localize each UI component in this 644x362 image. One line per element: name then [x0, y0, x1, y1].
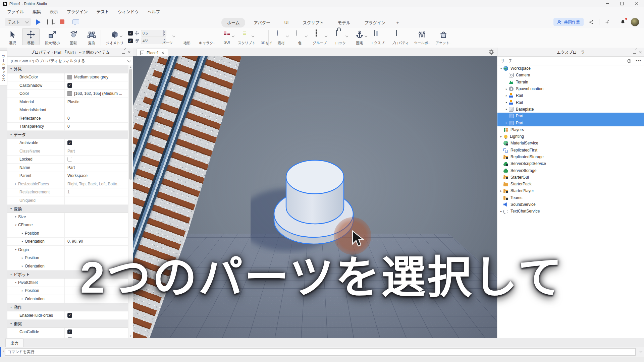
menu-help[interactable]: ヘルプ [143, 7, 165, 16]
place-tab[interactable]: Place1 [137, 49, 168, 57]
properties-header[interactable]: プロパティ - Part 「Part」 ~ 2 個のアイテム [7, 48, 133, 57]
scroll-up-icon[interactable]: ▲ [129, 66, 132, 68]
device-emulation-icon[interactable] [72, 19, 79, 24]
pause-button[interactable] [47, 19, 53, 24]
tree-row[interactable]: StarterGui [497, 174, 644, 181]
tab-model[interactable]: モデル [332, 18, 356, 27]
tab-plugins[interactable]: プラグイン [359, 18, 391, 27]
character-button[interactable]: キャラク.. [197, 28, 217, 45]
history-icon[interactable] [627, 59, 632, 63]
tab-avatar[interactable]: アバター [248, 18, 276, 27]
terrain-editor-button[interactable]: 地形 [178, 28, 195, 45]
play-button[interactable] [36, 19, 41, 25]
property-checkbox[interactable]: ✓ [67, 83, 72, 88]
lock-button[interactable]: ロック [332, 28, 349, 45]
property-section-header[interactable]: ▾動作 [7, 303, 128, 312]
property-row[interactable]: CanCollide✓ [7, 328, 128, 336]
toggle-properties-button[interactable]: プロパティ [390, 28, 410, 45]
tree-row[interactable]: ▾Workspace [497, 65, 644, 72]
minimize-button[interactable] [600, 0, 614, 7]
rotate-tool-button[interactable]: 回転 [65, 28, 82, 45]
property-checkbox[interactable] [67, 157, 72, 162]
scale-tool-button[interactable]: 拡大/縮小 [41, 28, 64, 45]
property-row[interactable]: ▾CFrame [7, 221, 128, 230]
property-section-header[interactable]: ▾衝突 [7, 320, 128, 328]
user-avatar[interactable] [631, 18, 639, 26]
undock-icon[interactable] [633, 50, 636, 54]
menu-edit[interactable]: 編集 [28, 7, 45, 16]
properties-filter[interactable] [7, 57, 133, 65]
tree-row[interactable]: Camera [497, 72, 644, 78]
property-row[interactable]: ▸Size [7, 213, 128, 221]
tab-script[interactable]: スクリプト [297, 18, 329, 27]
chevron-down-icon[interactable] [640, 350, 642, 353]
property-row[interactable]: UniqueId [7, 196, 128, 205]
menu-window[interactable]: ウィンドウ [113, 7, 143, 16]
toggle-assets-button[interactable]: アセット.. [434, 28, 453, 45]
material-button[interactable]: 素材 [272, 28, 290, 45]
test-mode-dropdown[interactable]: テスト [5, 18, 31, 26]
scroll-down-icon[interactable]: ▼ [129, 335, 132, 337]
move-tool-button[interactable]: 移動 [22, 28, 40, 45]
color-button[interactable]: 色 [292, 28, 307, 45]
stop-button[interactable] [60, 19, 64, 24]
color-swatch[interactable] [67, 75, 72, 79]
notifications-button[interactable] [619, 18, 627, 26]
tree-row[interactable]: ServerStorage [497, 167, 644, 174]
tab-ui[interactable]: UI [279, 19, 294, 27]
tree-row[interactable]: ▸StarterPlayer [497, 187, 644, 194]
color-swatch[interactable] [67, 91, 72, 96]
tree-row[interactable]: MaterialService [497, 140, 644, 146]
insert-part-button[interactable]: パーツ [158, 28, 176, 45]
undock-icon[interactable] [122, 50, 125, 54]
toggle-toolbox-button[interactable]: ツールボ.. [413, 28, 431, 45]
property-row[interactable]: ▸ResizeableFacesRight, Top, Back, Left, … [7, 180, 128, 188]
tree-row[interactable]: ▸SpawnLocation [497, 85, 644, 92]
property-row[interactable]: MaterialPlastic [7, 98, 128, 106]
script-button[interactable]: スクリプト [237, 28, 256, 45]
tree-row[interactable]: Terrain [497, 79, 644, 85]
properties-filter-input[interactable] [10, 59, 122, 63]
tree-row[interactable]: ▸Baseplate [497, 106, 644, 113]
tree-row[interactable]: ▸Rail [497, 92, 644, 99]
toolbox-side-tab[interactable]: ツールボックス [0, 50, 7, 86]
maximize-button[interactable] [614, 0, 629, 7]
property-row[interactable]: CastShadow✓ [7, 81, 128, 90]
tree-row[interactable]: Players [497, 126, 644, 133]
tree-row[interactable]: ▸TextChatService [497, 208, 644, 215]
tree-row[interactable]: ServerScriptService [497, 160, 644, 167]
property-row[interactable]: Locked [7, 156, 128, 164]
command-input[interactable] [5, 350, 619, 354]
tree-row[interactable]: StarterPack [497, 181, 644, 187]
menu-view[interactable]: 表示 [45, 7, 62, 16]
menu-plugins[interactable]: プラグイン [62, 7, 92, 16]
property-row[interactable]: Reflectance0 [7, 114, 128, 123]
property-section-header[interactable]: ▾データ [7, 131, 128, 139]
property-row[interactable]: BrickColorMedium stone grey [7, 73, 128, 82]
assistant-button[interactable] [603, 18, 611, 26]
close-panel-icon[interactable] [128, 51, 131, 54]
property-checkbox[interactable]: ✓ [67, 140, 72, 145]
property-row[interactable]: Color[163, 162, 165] (Medium ... [7, 90, 128, 98]
rotate-snap-checkbox[interactable]: ✓ [128, 39, 133, 43]
gui-button[interactable]: GUI [219, 28, 235, 44]
group-button[interactable]: グループ [310, 28, 329, 45]
close-tab-icon[interactable] [161, 51, 164, 54]
output-tab[interactable]: 出力 [5, 339, 23, 347]
property-section-header[interactable]: ▾外見 [7, 65, 128, 73]
property-row[interactable]: EnableFluidForces✓ [7, 311, 128, 320]
pause-dropdown-icon[interactable] [53, 21, 55, 24]
select-tool-button[interactable]: 選択 [4, 28, 21, 45]
property-row[interactable]: Transparency0 [7, 123, 128, 131]
property-row[interactable]: ▸Orientation0, 90, 90 [7, 238, 128, 246]
tab-add-button[interactable]: + [394, 19, 401, 27]
scrollbar-thumb[interactable] [129, 69, 132, 180]
share-button[interactable] [588, 18, 595, 26]
tree-row[interactable]: Teams [497, 194, 644, 201]
tree-row[interactable]: SoundService [497, 201, 644, 208]
tree-row[interactable]: ReplicatedFirst [497, 147, 644, 154]
geometry-mode-button[interactable]: ジオメトリ [105, 28, 125, 45]
close-panel-icon[interactable] [639, 51, 642, 54]
property-checkbox[interactable]: ✓ [67, 313, 72, 318]
tree-row[interactable]: ▸Part [497, 119, 644, 126]
